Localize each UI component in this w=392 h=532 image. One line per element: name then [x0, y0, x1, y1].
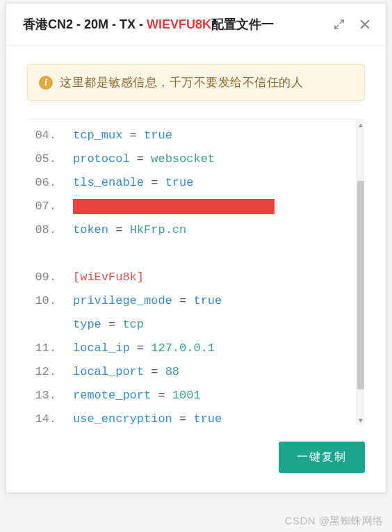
warning-text: 这里都是敏感信息，千万不要发给不信任的人: [60, 74, 303, 90]
header-actions: [333, 17, 372, 31]
scroll-up-icon[interactable]: ▲: [357, 120, 365, 129]
line-content: privilege_mode = true: [63, 289, 222, 313]
line-content: protocol = websocket: [63, 147, 215, 171]
line-content: local_port = 88: [63, 360, 179, 384]
code-container: 04.tcp_mux = true05.protocol = websocket…: [27, 119, 365, 425]
code-line: 08.token = HkFrp.cn: [27, 218, 365, 242]
line-number: 07.: [27, 195, 63, 218]
modal-footer: 一键复制: [6, 425, 386, 492]
line-content: tls_enable = true: [63, 171, 193, 195]
close-icon[interactable]: [358, 17, 372, 31]
line-content: [63, 242, 80, 266]
line-number: 13.: [27, 384, 63, 408]
code-line: 04.tcp_mux = true: [27, 124, 365, 147]
code-line: [27, 242, 365, 266]
line-content: [wiEvFu8k]: [63, 266, 144, 289]
code-line: 06.tls_enable = true: [27, 171, 365, 195]
redacted-block: [73, 199, 275, 214]
line-content: remote_port = 1001: [63, 384, 201, 408]
line-content: [63, 199, 275, 214]
line-number: 12.: [27, 360, 63, 384]
line-number: 06.: [27, 171, 63, 195]
modal-title: 香港CN2 - 20M - TX - WIEVFU8K配置文件一: [23, 16, 274, 33]
code-line: 12.local_port = 88: [27, 360, 365, 384]
line-content: type = tcp: [63, 313, 144, 337]
code-line: 13.remote_port = 1001: [27, 384, 365, 408]
config-modal: 香港CN2 - 20M - TX - WIEVFU8K配置文件一 i 这里都是敏…: [6, 3, 386, 493]
code-line: 07.: [27, 195, 365, 218]
modal-header: 香港CN2 - 20M - TX - WIEVFU8K配置文件一: [6, 3, 386, 46]
code-area[interactable]: 04.tcp_mux = true05.protocol = websocket…: [27, 120, 365, 425]
scrollbar-thumb[interactable]: [357, 181, 364, 389]
scroll-down-icon[interactable]: ▼: [357, 415, 365, 425]
code-line: 10.privilege_mode = true: [27, 289, 365, 313]
line-number: 08.: [27, 218, 63, 242]
code-line: 05.protocol = websocket: [27, 147, 365, 171]
modal-body: i 这里都是敏感信息，千万不要发给不信任的人 04.tcp_mux = true…: [6, 46, 386, 425]
line-content: use_encryption = true: [63, 408, 222, 425]
code-line: 14.use_encryption = true: [27, 408, 365, 425]
line-number: 09.: [27, 266, 63, 289]
line-content: tcp_mux = true: [63, 124, 172, 147]
watermark: CSDN @黑蜘蛛网络: [285, 515, 384, 528]
scrollbar[interactable]: ▲ ▼: [356, 120, 364, 425]
code-line: type = tcp: [27, 313, 365, 337]
line-number: 14.: [27, 408, 63, 425]
line-number: 11.: [27, 337, 63, 360]
code-line: 11.local_ip = 127.0.0.1: [27, 337, 365, 360]
code-line: 09.[wiEvFu8k]: [27, 266, 365, 289]
expand-icon[interactable]: [333, 18, 345, 31]
copy-button[interactable]: 一键复制: [279, 442, 365, 473]
title-prefix: 香港CN2 - 20M - TX -: [23, 17, 147, 31]
line-number: 10.: [27, 289, 63, 313]
line-number: 04.: [27, 124, 63, 147]
warning-alert: i 这里都是敏感信息，千万不要发给不信任的人: [27, 64, 365, 101]
title-code: WIEVFU8K: [147, 17, 211, 31]
warning-icon: i: [39, 76, 53, 90]
title-suffix: 配置文件一: [211, 17, 274, 31]
line-number: 05.: [27, 147, 63, 171]
line-content: local_ip = 127.0.0.1: [63, 337, 215, 360]
line-content: token = HkFrp.cn: [63, 218, 186, 242]
